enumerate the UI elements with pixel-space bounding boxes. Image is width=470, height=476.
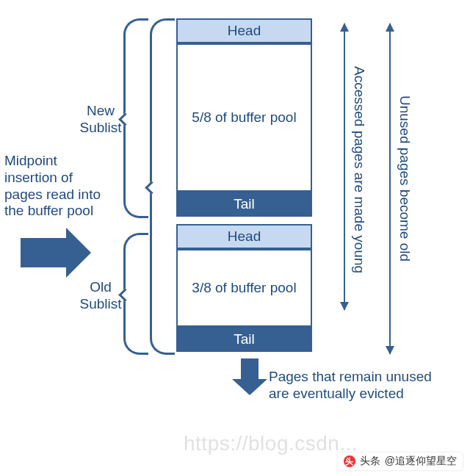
credit-prefix: 头条	[360, 455, 380, 468]
label-new-sublist: New Sublist	[79, 103, 122, 137]
brace-new-sublist	[123, 18, 148, 218]
buffer-pool-column: Head 5/8 of buffer pool Tail Head 3/8 of…	[176, 18, 312, 352]
brace-full	[150, 18, 175, 355]
arrow-become-old	[389, 24, 391, 354]
new-sublist-body: 5/8 of buffer pool	[176, 43, 312, 192]
credit-handle: @追逐仰望星空	[385, 455, 457, 468]
new-sublist-head: Head	[176, 18, 312, 43]
arrow-eviction	[232, 358, 267, 395]
label-become-old: Unused pages become old	[397, 95, 413, 262]
brace-old-sublist	[123, 233, 148, 355]
arrow-made-young	[344, 24, 345, 310]
old-sublist-head: Head	[176, 224, 312, 249]
arrow-midpoint-insertion	[21, 228, 91, 278]
old-sublist-tail: Tail	[176, 327, 312, 352]
new-sublist-tail: Tail	[176, 192, 312, 217]
old-sublist-body: 3/8 of buffer pool	[176, 249, 312, 327]
label-made-young: Accessed pages are made young	[351, 66, 367, 273]
label-midpoint-insertion: Midpoint insertion of pages read into th…	[4, 153, 107, 220]
credit-badge: 头 头条 @追逐仰望星空	[338, 452, 463, 470]
label-old-sublist: Old Sublist	[79, 279, 122, 313]
credit-icon: 头	[344, 455, 355, 467]
label-evicted: Pages that remain unused are eventually …	[269, 369, 445, 403]
watermark-text: https://blog.csdn...	[184, 432, 358, 455]
